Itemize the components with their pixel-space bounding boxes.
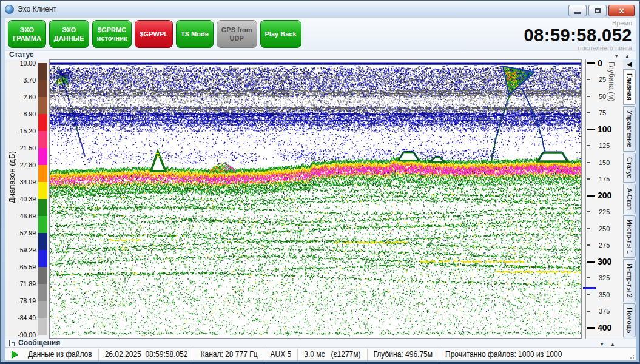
range-tick-label: -84.49 <box>5 314 36 322</box>
color-scale-segment <box>38 216 47 233</box>
echogram-plot[interactable] <box>49 59 582 339</box>
toolbar-button-label: Play Back <box>265 30 297 38</box>
close-button[interactable]: × <box>608 5 635 16</box>
depth-tick <box>587 96 590 97</box>
tab-главная[interactable]: Главная <box>623 69 636 105</box>
depth-tick-label: 275 <box>599 241 610 249</box>
range-tick-label: -90.00 <box>5 331 36 339</box>
ping-clock: Время 08:59:58.052 последнего пинга <box>524 19 632 52</box>
color-scale-segment <box>38 267 47 284</box>
toolbar-button-label: $GPWPL <box>140 30 167 38</box>
window-title: Эхо Клиент <box>14 5 56 13</box>
depth-tick <box>587 327 595 329</box>
range-tick-label: -46.69 <box>5 212 36 220</box>
depth-tick-label: 375 <box>599 308 610 315</box>
app-window: Эхо Клиент × ЭХОГРАММАЭХОДАННЫЕ$GPRMCист… <box>0 0 640 364</box>
messages-panel-label: Сообщения <box>18 339 60 347</box>
depth-tick-label: 200 <box>598 190 611 200</box>
play-icon <box>12 351 18 358</box>
tab-инстр-ты-2[interactable]: Инстр-ты 2 <box>623 259 636 302</box>
side-tabstrip: ◀ ГлавнаяУправлениеСтатусА-СкопИнстр-ты … <box>623 59 636 339</box>
tab-инстр-ты-1[interactable]: Инстр-ты 1 <box>623 215 636 258</box>
toolbar-button-playback[interactable]: Play Back <box>260 20 301 48</box>
range-tick-label: -34.09 <box>5 178 36 186</box>
toolbar-button-ts-mode[interactable]: TS Mode <box>176 20 214 48</box>
range-tick-label: 10.00 <box>5 59 36 67</box>
range-tick-label: -2.60 <box>5 93 36 101</box>
depth-marker <box>583 287 596 289</box>
titlebar[interactable]: Эхо Клиент × <box>1 1 639 18</box>
depth-tick <box>587 261 595 263</box>
range-tick-label: 3.70 <box>5 76 36 84</box>
depth-tick-label: 175 <box>599 175 610 183</box>
statusbar-item: AUX 5 <box>264 349 298 360</box>
tab-а-скоп[interactable]: А-Скоп <box>623 184 636 214</box>
depth-tick-label: 75 <box>599 109 606 116</box>
depth-tick <box>587 244 590 246</box>
depth-tick-label: 250 <box>599 225 610 232</box>
toolbar-button-gprmc[interactable]: $GPRMCисточник <box>92 20 132 48</box>
messages-panel-header[interactable]: Сообщения ▼ ▲ <box>5 339 636 348</box>
range-tick-label: -78.19 <box>5 297 36 305</box>
tab-статус[interactable]: Статус <box>623 153 636 183</box>
toolbar-buttons: ЭХОГРАММАЭХОДАННЫЕ$GPRMCисточник$GPWPLTS… <box>8 20 301 48</box>
depth-tick <box>587 79 590 80</box>
statusbar: Данные из файлов26.02.2025 08:59:58.052К… <box>5 348 636 360</box>
main-area: Диапазон (дБ) 10.003.70-2.60-8.90-15.20-… <box>5 59 636 339</box>
statusbar-item: Глубина: 496.75м <box>368 349 439 360</box>
depth-tick-label: 0 <box>598 58 602 68</box>
toolbar-button-label: ЭХО <box>20 25 34 34</box>
color-scale-segment <box>38 114 47 131</box>
depth-ruler-title: Глубина (м) <box>607 62 616 101</box>
depth-tick <box>587 211 590 212</box>
status-panel-label: Статус <box>9 51 33 59</box>
color-scale-bar <box>38 63 47 335</box>
range-tick-label: -21.50 <box>5 144 36 152</box>
depth-tick <box>587 228 590 229</box>
tab-помощь[interactable]: Помощь <box>623 303 636 338</box>
range-tick-label: -71.89 <box>5 280 36 288</box>
tab-управление[interactable]: Управление <box>623 106 636 152</box>
minimize-button[interactable] <box>568 5 587 16</box>
depth-tick <box>587 294 590 295</box>
resize-grip[interactable] <box>633 357 634 359</box>
depth-tick-label: 225 <box>599 208 610 215</box>
range-tick-label: -59.29 <box>5 246 36 254</box>
close-icon: × <box>619 7 624 15</box>
depth-tick <box>587 195 595 197</box>
color-scale-segment <box>38 131 47 148</box>
app-icon <box>5 5 14 14</box>
depth-tick-label: 125 <box>599 142 610 149</box>
echogram-canvas[interactable] <box>50 60 581 338</box>
range-tick-label: -52.99 <box>5 229 36 237</box>
color-scale-segment <box>38 318 47 335</box>
toolbar-button-echodata[interactable]: ЭХОДАННЫЕ <box>49 20 89 48</box>
maximize-button[interactable] <box>588 5 607 16</box>
depth-tick-label: 100 <box>598 124 611 134</box>
collapse-panel-icon[interactable]: ◀ <box>623 59 636 69</box>
toolbar-button-label: UDP <box>230 34 244 42</box>
toolbar-button-label: ГРАММА <box>13 34 41 42</box>
toolbar-button-label: источник <box>97 34 127 42</box>
color-scale-segment <box>38 63 47 80</box>
depth-ruler-axis <box>585 59 586 339</box>
statusbar-item: Канал: 28 777 Гц <box>194 349 264 360</box>
depth-tick <box>587 129 595 130</box>
statusbar-item: Прочитанно файлов: 1000 из 1000 <box>439 349 568 360</box>
depth-tick <box>587 62 595 64</box>
maximize-icon <box>595 8 601 13</box>
toolbar-button-label: GPS from <box>221 25 252 34</box>
toolbar-button-gps-udp[interactable]: GPS fromUDP <box>217 20 257 48</box>
toolbar-button-label: TS Mode <box>181 30 209 38</box>
toolbar-button-echogram[interactable]: ЭХОГРАММА <box>8 20 46 48</box>
color-scale-segment <box>38 284 47 301</box>
toolbar: ЭХОГРАММАЭХОДАННЫЕ$GPRMCисточник$GPWPLTS… <box>5 18 636 50</box>
toolbar-button-gpwpl[interactable]: $GPWPL <box>135 20 172 48</box>
statusbar-item: 26.02.2025 08:59:58.052 <box>99 349 195 360</box>
range-tick-label: -40.39 <box>5 195 36 203</box>
toolbar-button-label: ДАННЫЕ <box>54 34 84 42</box>
statusbar-item: 3.0 мс (є1277м) <box>298 349 367 360</box>
color-scale-segment <box>38 233 47 250</box>
depth-tick-label: 50 <box>599 93 606 100</box>
range-tick-label: -8.90 <box>5 110 36 118</box>
